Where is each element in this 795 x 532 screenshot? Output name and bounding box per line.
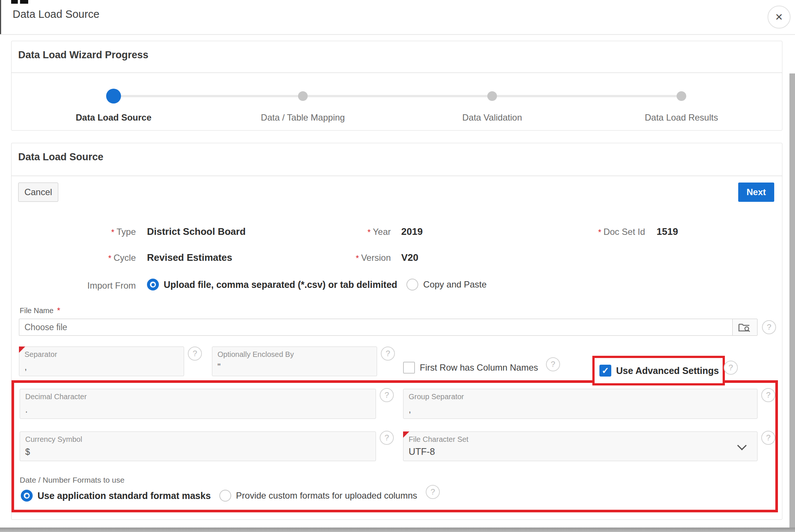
step-label-data-validation: Data Validation [414, 112, 570, 123]
file-name-help-icon[interactable]: ? [762, 320, 776, 334]
next-button[interactable]: Next [738, 183, 774, 202]
required-corner-marker [19, 347, 25, 353]
separator-help-icon[interactable]: ? [188, 347, 202, 361]
formats-label: Date / Number Formats to use [20, 476, 124, 485]
group-separator-field-value: , [409, 405, 752, 415]
wizard-progress-panel: Data Load Wizard Progress Data Load Sour… [11, 41, 782, 131]
close-button[interactable]: ✕ [768, 6, 791, 29]
currency-symbol-help-icon[interactable]: ? [380, 431, 394, 445]
folder-search-icon [738, 322, 752, 333]
doc-set-id-value: 1519 [657, 226, 678, 237]
formats-help-icon[interactable]: ? [426, 485, 440, 499]
cancel-button[interactable]: Cancel [18, 183, 58, 202]
step-label-data-load-results: Data Load Results [603, 112, 759, 123]
separator-field[interactable]: Separator , [19, 347, 184, 376]
version-value: V20 [401, 252, 418, 263]
first-row-checkbox-group: First Row has Column Names ? [403, 360, 560, 375]
file-charset-select[interactable]: File Character Set UTF-8 [403, 431, 758, 461]
formats-radio-group: Use application standard format masks Pr… [21, 487, 440, 504]
required-corner-marker [403, 431, 409, 438]
required-asterisk: * [57, 306, 60, 315]
currency-symbol-field-label: Currency Symbol [25, 435, 370, 444]
required-asterisk: * [356, 253, 359, 263]
wizard-panel-title: Data Load Wizard Progress [18, 49, 148, 61]
decimal-character-field-value: . [25, 405, 370, 415]
upload-file-radio-label: Upload file, comma separated (*.csv) or … [164, 279, 397, 290]
advanced-settings-annotation-box: ✓ Use Advanced Settings ? [592, 356, 725, 385]
window-edge [0, 0, 1, 34]
step-label-data-table-mapping: Data / Table Mapping [225, 112, 381, 123]
file-charset-help-icon[interactable]: ? [761, 431, 775, 445]
advanced-settings-help-icon[interactable]: ? [724, 361, 738, 375]
close-icon: ✕ [775, 12, 783, 23]
window-bottom-edge [0, 528, 795, 532]
advanced-settings-checkbox-label: Use Advanced Settings [616, 365, 719, 376]
standard-format-radio-label: Use application standard format masks [37, 490, 211, 501]
currency-symbol-field[interactable]: Currency Symbol $ [20, 431, 376, 461]
cropped-text-artifact [20, 0, 28, 4]
standard-format-radio[interactable] [21, 490, 33, 502]
import-from-radio-group: Upload file, comma separated (*.csv) or … [147, 276, 487, 293]
advanced-settings-checkbox[interactable]: ✓ [599, 365, 611, 377]
currency-symbol-field-value: $ [25, 447, 370, 457]
enclosed-by-field[interactable]: Optionally Enclosed By " [212, 347, 377, 376]
source-panel-divider [12, 175, 782, 176]
header-divider [0, 34, 795, 35]
custom-format-radio[interactable] [219, 490, 231, 502]
decimal-character-field[interactable]: Decimal Character . [20, 389, 376, 419]
version-label: *Version [316, 253, 391, 263]
vertical-scrollbar[interactable] [789, 73, 795, 528]
file-browse-button[interactable] [732, 319, 758, 336]
wizard-panel-divider [12, 72, 782, 73]
required-asterisk: * [108, 253, 111, 263]
separator-field-label: Separator [24, 350, 179, 359]
cropped-text-artifact [11, 0, 18, 4]
step-dot-data-validation [487, 91, 497, 101]
year-label: *Year [316, 227, 391, 237]
required-asterisk: * [111, 227, 114, 237]
separator-field-value: , [24, 362, 179, 372]
required-asterisk: * [598, 227, 601, 237]
enclosed-by-field-label: Optionally Enclosed By [217, 350, 372, 359]
cycle-label: *Cycle [43, 253, 136, 263]
first-row-checkbox[interactable] [403, 362, 415, 374]
upload-file-radio[interactable] [147, 279, 159, 290]
enclosed-by-field-value: " [217, 362, 372, 372]
file-name-label: File Name * [20, 306, 60, 315]
progress-track [114, 95, 681, 97]
copy-paste-radio-label: Copy and Paste [423, 279, 487, 290]
advanced-settings-checkbox-group: ✓ Use Advanced Settings ? [595, 358, 723, 383]
enclosed-by-help-icon[interactable]: ? [381, 347, 395, 361]
type-value: District School Board [147, 226, 246, 237]
cycle-value: Revised Estimates [147, 252, 232, 263]
first-row-checkbox-label: First Row has Column Names [420, 362, 538, 373]
step-dot-data-load-source [106, 89, 121, 104]
group-separator-field-label: Group Separator [409, 393, 752, 401]
first-row-help-icon[interactable]: ? [546, 357, 560, 371]
dialog-title: Data Load Source [13, 8, 99, 20]
custom-format-radio-label: Provide custom formats for uploaded colu… [236, 490, 417, 501]
data-load-source-dialog: Data Load Source ✕ Data Load Wizard Prog… [0, 0, 795, 532]
file-name-input[interactable] [19, 319, 732, 336]
check-icon: ✓ [602, 365, 609, 376]
file-charset-value: UTF-8 [409, 446, 752, 457]
source-panel-title: Data Load Source [18, 151, 104, 163]
step-label-data-load-source: Data Load Source [36, 112, 192, 123]
import-from-label: Import From [43, 280, 136, 291]
doc-set-id-label: *Doc Set Id [557, 227, 645, 237]
decimal-character-help-icon[interactable]: ? [380, 388, 394, 402]
data-load-source-panel: Data Load Source Cancel Next *Type Distr… [11, 143, 782, 520]
type-label: *Type [43, 227, 136, 237]
file-name-field-group [19, 319, 758, 336]
step-dot-data-load-results [677, 91, 686, 101]
step-dot-data-table-mapping [298, 91, 308, 101]
required-asterisk: * [367, 227, 371, 237]
file-charset-label: File Character Set [409, 435, 752, 444]
group-separator-field[interactable]: Group Separator , [403, 389, 758, 419]
group-separator-help-icon[interactable]: ? [761, 388, 775, 402]
copy-paste-radio[interactable] [406, 279, 418, 290]
decimal-character-field-label: Decimal Character [25, 393, 370, 401]
year-value: 2019 [401, 226, 423, 237]
